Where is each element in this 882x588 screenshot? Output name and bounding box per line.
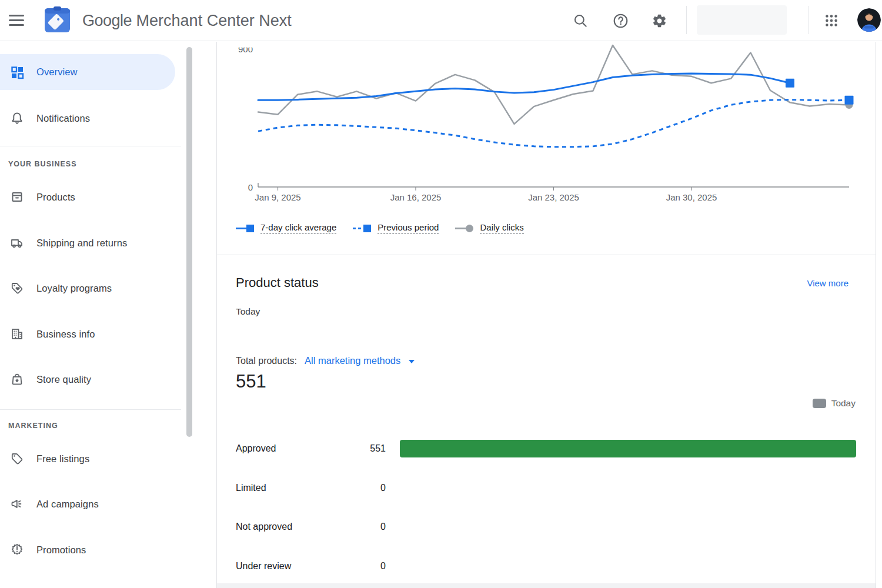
clicks-line-chart: Jan 9, 2025Jan 16, 2025Jan 23, 2025Jan 3… [217, 42, 876, 218]
status-count: 0 [337, 561, 386, 572]
product-status-subtitle: Today [236, 306, 260, 317]
settings-icon[interactable] [649, 10, 670, 31]
status-bar-track [400, 518, 856, 536]
search-icon[interactable] [570, 10, 591, 31]
price-tag-icon [10, 452, 24, 466]
svg-text:Jan 30, 2025: Jan 30, 2025 [666, 192, 717, 202]
sidebar-item-label: Promotions [36, 544, 86, 556]
svg-text:Jan 16, 2025: Jan 16, 2025 [390, 192, 442, 202]
sidebar-section-your-business: YOUR BUSINESS [8, 160, 77, 168]
gray-line-dot-swatch [455, 223, 475, 233]
sidebar-nav: Overview Notifications YOUR BUSINESS [0, 42, 203, 588]
top-header: Google Merchant Center Next [0, 0, 882, 41]
bottom-page-strip [217, 583, 876, 588]
sidebar-item-label: Notifications [36, 113, 90, 124]
status-bar-track [400, 557, 856, 575]
overview-content-card: Jan 9, 2025Jan 16, 2025Jan 23, 2025Jan 3… [216, 42, 876, 588]
today-legend-label: Today [831, 398, 856, 409]
sidebar-section-marketing: MARKETING [8, 422, 58, 430]
sidebar-item-overview[interactable]: Overview [0, 54, 175, 90]
bag-star-icon [10, 372, 24, 386]
today-legend: Today [813, 398, 856, 409]
merchant-center-app: Google Merchant Center Next [0, 0, 882, 588]
view-more-link[interactable]: View more [807, 278, 848, 288]
legend-label: Previous period [377, 222, 439, 234]
truck-icon [10, 236, 24, 250]
status-count: 551 [337, 443, 386, 454]
sidebar-item-loyalty[interactable]: Loyalty programs [0, 270, 175, 306]
sidebar-item-label: Loyalty programs [36, 283, 112, 294]
bell-icon [10, 111, 24, 125]
app-title-brand: Google [82, 12, 132, 29]
legend-item-daily-clicks[interactable]: Daily clicks [455, 222, 523, 234]
dashed-line-square-swatch [352, 223, 372, 233]
avatar[interactable] [857, 8, 881, 32]
status-label: Limited [236, 483, 337, 493]
box-icon [10, 190, 24, 204]
legend-item-7day-avg[interactable]: 7-day click average [235, 222, 336, 234]
sidebar-item-label: Free listings [36, 453, 89, 465]
sidebar-item-ad-campaigns[interactable]: Ad campaigns [0, 486, 175, 522]
svg-text:Jan 23, 2025: Jan 23, 2025 [528, 192, 579, 202]
dashboard-icon [10, 65, 24, 79]
apps-grid-icon[interactable] [821, 10, 842, 31]
total-products-label: Total products: [236, 356, 297, 366]
building-icon [10, 327, 24, 341]
status-count: 0 [337, 483, 386, 493]
sidebar-item-free-listings[interactable]: Free listings [0, 441, 175, 477]
sidebar-item-label: Business info [36, 329, 95, 340]
app-title-suffix: Merchant Center Next [132, 12, 292, 29]
hamburger-menu-icon[interactable] [8, 13, 26, 28]
sidebar-item-store-quality[interactable]: Store quality [0, 362, 175, 397]
sidebar-divider-2 [0, 409, 181, 410]
sidebar-item-business-info[interactable]: Business info [0, 316, 175, 352]
header-divider [686, 6, 687, 34]
header-divider-2 [808, 6, 809, 34]
svg-text:0: 0 [248, 182, 253, 192]
merchant-center-logo [44, 6, 71, 34]
sidebar-scrollbar[interactable] [186, 47, 192, 437]
sidebar-item-label: Shipping and returns [36, 238, 127, 249]
status-row-approved: Approved 551 [217, 429, 876, 469]
solid-line-square-swatch [235, 223, 255, 233]
total-products-row: Total products: All marketing methods [236, 355, 415, 366]
sidebar-item-products[interactable]: Products [0, 179, 175, 215]
status-row-limited: Limited 0 [217, 469, 876, 508]
svg-text:Jan 9, 2025: Jan 9, 2025 [255, 192, 300, 202]
chart-legend: 7-day click average Previous period Dail… [235, 220, 524, 236]
approved-bar[interactable] [400, 440, 856, 457]
status-label: Under review [236, 561, 337, 572]
svg-text:900: 900 [238, 44, 253, 54]
marketing-methods-value: All marketing methods [305, 355, 400, 366]
sidebar-item-shipping[interactable]: Shipping and returns [0, 225, 175, 261]
sidebar-item-label: Ad campaigns [36, 499, 99, 510]
sidebar-item-promotions[interactable]: Promotions [0, 532, 175, 568]
chevron-down-icon [409, 360, 415, 363]
app-title: Google Merchant Center Next [82, 0, 292, 41]
product-status-rows: Approved 551 Limited 0 Not approved 0 Un… [217, 429, 876, 586]
total-products-count: 551 [236, 371, 266, 392]
sidebar-item-notifications[interactable]: Notifications [0, 101, 175, 136]
account-name-area[interactable] [697, 5, 787, 35]
legend-label: Daily clicks [480, 222, 523, 234]
sidebar-item-label: Products [36, 192, 75, 203]
status-bar-track [400, 479, 856, 497]
section-divider [217, 255, 876, 255]
status-row-under-review: Under review 0 [217, 547, 876, 586]
sidebar-item-label: Overview [36, 66, 78, 78]
sidebar-item-label: Store quality [36, 374, 91, 385]
today-swatch [813, 399, 826, 408]
legend-item-previous-period[interactable]: Previous period [352, 222, 439, 234]
status-bar-track [400, 440, 856, 457]
help-icon[interactable] [610, 10, 631, 31]
status-label: Not approved [236, 522, 337, 532]
status-row-not-approved: Not approved 0 [217, 507, 876, 547]
megaphone-icon [10, 497, 24, 511]
legend-label: 7-day click average [260, 222, 336, 234]
product-status-title: Product status [236, 275, 319, 290]
loyalty-tag-heart-icon [10, 281, 24, 295]
badge-exclamation-icon [10, 543, 24, 557]
marketing-methods-dropdown[interactable]: All marketing methods [305, 355, 415, 366]
status-label: Approved [236, 443, 337, 454]
status-count: 0 [337, 522, 386, 532]
